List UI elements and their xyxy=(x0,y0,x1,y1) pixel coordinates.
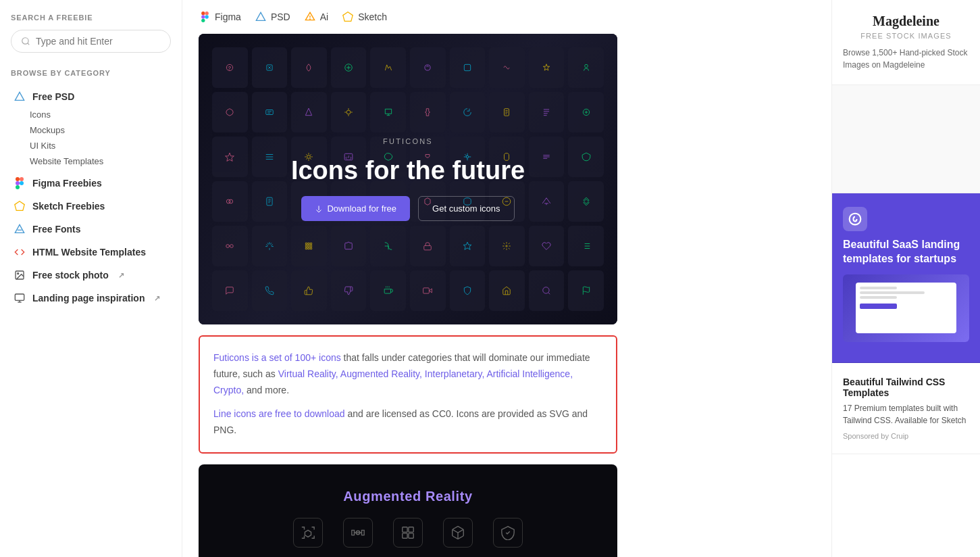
search-box[interactable] xyxy=(11,30,171,53)
ar-icon-4 xyxy=(443,518,473,548)
svg-marker-21 xyxy=(256,12,265,20)
svg-rect-13 xyxy=(15,294,24,300)
ad-card-tailwind[interactable]: Beautiful Tailwind CSS Templates 17 Prem… xyxy=(832,363,980,454)
key-51 xyxy=(212,270,248,311)
svg-rect-17 xyxy=(205,11,208,15)
key-20 xyxy=(568,92,604,132)
search-section-title: SEARCH A FREEBIE xyxy=(11,14,171,22)
key-57 xyxy=(450,270,486,311)
key-10 xyxy=(568,47,604,88)
ad-card-saas[interactable]: Beautiful SaaS landing templates for sta… xyxy=(832,193,980,363)
svg-marker-8 xyxy=(15,201,24,211)
saas-preview-image xyxy=(843,274,969,342)
key-43 xyxy=(291,226,327,266)
category-figma-freebies: Figma Freebies xyxy=(11,173,171,193)
sidebar-item-figma-freebies[interactable]: Figma Freebies xyxy=(11,173,171,193)
sub-item-mockups[interactable]: Mockups xyxy=(30,122,171,138)
sidebar-item-free-fonts[interactable]: Free Fonts xyxy=(11,219,171,239)
svg-point-32 xyxy=(346,110,351,114)
key-40 xyxy=(568,181,604,222)
svg-rect-52 xyxy=(409,533,413,538)
tab-sketch[interactable]: Sketch xyxy=(342,11,387,23)
tab-psd[interactable]: PSD xyxy=(255,11,290,23)
line-icons-link[interactable]: Line icons are free to download xyxy=(213,408,345,419)
hero-image: FUTICONS Icons for the future Download f… xyxy=(199,34,617,324)
tab-ai[interactable]: Ai xyxy=(304,11,328,23)
key-3 xyxy=(291,47,327,88)
svg-rect-29 xyxy=(464,64,470,70)
tab-figma[interactable]: Figma xyxy=(199,11,241,23)
font-icon xyxy=(14,223,26,235)
svg-rect-19 xyxy=(201,19,205,22)
svg-point-28 xyxy=(425,65,430,70)
sidebar-item-free-psd[interactable]: Free PSD xyxy=(11,87,171,107)
svg-point-20 xyxy=(205,15,208,18)
key-46 xyxy=(410,226,446,266)
futicons-link[interactable]: Futicons is a set of 100+ icons xyxy=(213,352,341,363)
key-21 xyxy=(212,137,248,177)
key-29 xyxy=(529,137,565,177)
svg-rect-45 xyxy=(423,288,430,293)
svg-point-41 xyxy=(226,245,230,248)
svg-rect-6 xyxy=(16,185,20,189)
category-sketch-freebies: Sketch Freebies xyxy=(11,196,171,216)
svg-rect-5 xyxy=(16,181,20,185)
key-54 xyxy=(331,270,367,311)
hero-subtitle: FUTICONS xyxy=(383,137,433,145)
key-60 xyxy=(568,270,604,311)
key-9 xyxy=(529,47,565,88)
ar-icon-2 xyxy=(343,518,373,548)
hero-background: FUTICONS Icons for the future Download f… xyxy=(199,34,617,324)
key-6 xyxy=(410,47,446,88)
svg-rect-16 xyxy=(201,11,205,15)
key-30 xyxy=(568,137,604,177)
sidebar-item-free-stock-photo[interactable]: Free stock photo ↗ xyxy=(11,265,171,285)
svg-line-1 xyxy=(28,43,30,45)
key-18 xyxy=(489,92,525,132)
sidebar-item-html-templates[interactable]: HTML Website Templates xyxy=(11,242,171,262)
key-13 xyxy=(291,92,327,132)
key-53 xyxy=(291,270,327,311)
svg-rect-31 xyxy=(266,110,274,115)
sub-item-website-templates[interactable]: Website Templates xyxy=(30,153,171,169)
cruip-logo xyxy=(843,207,867,231)
category-html-templates: HTML Website Templates xyxy=(11,242,171,262)
svg-rect-50 xyxy=(409,527,413,532)
category-free-stock-photo: Free stock photo ↗ xyxy=(11,265,171,285)
key-55 xyxy=(370,270,406,311)
mock-line-2 xyxy=(860,291,925,294)
tailwind-title: Beautiful Tailwind CSS Templates xyxy=(843,377,969,398)
svg-point-39 xyxy=(229,199,233,203)
key-7 xyxy=(450,47,486,88)
free-psd-subitems: Icons Mockups UI Kits Website Templates xyxy=(30,107,171,169)
key-11 xyxy=(212,92,248,132)
search-icon xyxy=(21,37,30,46)
svg-point-7 xyxy=(20,181,24,185)
custom-icons-button[interactable]: Get custom icons xyxy=(418,196,514,221)
sub-item-icons[interactable]: Icons xyxy=(30,107,171,122)
description-box: Futicons is a set of 100+ icons that fal… xyxy=(199,335,617,454)
svg-rect-4 xyxy=(20,177,24,181)
key-59 xyxy=(529,270,565,311)
mock-line-3 xyxy=(860,296,897,299)
sub-item-ui-kits[interactable]: UI Kits xyxy=(30,138,171,153)
svg-rect-3 xyxy=(16,177,20,181)
sidebar-item-sketch-freebies[interactable]: Sketch Freebies xyxy=(11,196,171,216)
ar-icon-5 xyxy=(493,518,523,548)
download-button[interactable]: Download for free xyxy=(301,196,410,221)
category-landing-page: Landing page inspiration ↗ xyxy=(11,288,171,308)
ad-card-magdeleine[interactable]: Magdeleine FREE STOCK IMAGES Browse 1,50… xyxy=(832,0,980,85)
sidebar-item-landing-page[interactable]: Landing page inspiration ↗ xyxy=(11,288,171,308)
key-15 xyxy=(370,92,406,132)
photo-icon xyxy=(14,269,26,281)
hero-buttons: Download for free Get custom icons xyxy=(301,196,514,221)
category-free-psd: Free PSD Icons Mockups UI Kits Website T… xyxy=(11,87,171,169)
key-31 xyxy=(212,181,248,222)
ar-icon-1 xyxy=(293,518,323,548)
svg-marker-2 xyxy=(15,92,24,100)
inspire-icon xyxy=(14,292,26,304)
key-19 xyxy=(529,92,565,132)
key-2 xyxy=(252,47,288,88)
search-input[interactable] xyxy=(36,36,161,47)
svg-marker-24 xyxy=(343,12,353,22)
